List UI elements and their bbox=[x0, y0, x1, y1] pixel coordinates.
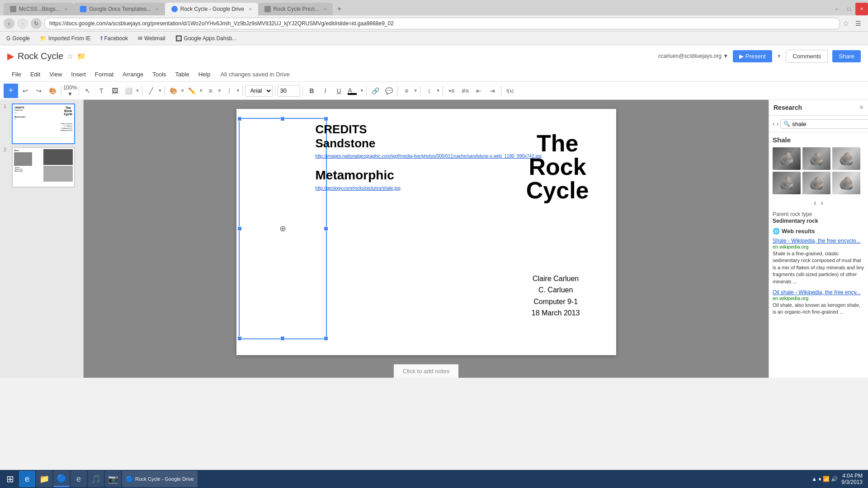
bookmark-webmail[interactable]: ✉ Webmail bbox=[135, 34, 168, 42]
research-img-1[interactable]: 🪨 bbox=[773, 147, 801, 170]
italic-btn[interactable]: I bbox=[319, 84, 331, 97]
undo-btn[interactable]: ↩ bbox=[19, 84, 32, 97]
handle-mr[interactable] bbox=[324, 226, 328, 231]
tab-2-close[interactable]: × bbox=[156, 6, 158, 12]
handle-br[interactable] bbox=[324, 336, 328, 341]
comment-btn[interactable]: 💬 bbox=[382, 84, 395, 97]
image-btn[interactable]: 🖼 bbox=[108, 84, 121, 97]
research-img-4[interactable]: 🪨 bbox=[773, 172, 801, 194]
tab-3-close[interactable]: × bbox=[249, 6, 251, 12]
settings-btn[interactable]: ☰ bbox=[852, 17, 864, 30]
research-back-btn[interactable]: ‹ bbox=[773, 118, 775, 129]
bookmark-facebook[interactable]: f Facebook bbox=[98, 34, 131, 42]
taskbar-folder-btn[interactable]: 📁 bbox=[36, 471, 52, 487]
align-dropdown[interactable]: ≡ ▼ bbox=[204, 84, 222, 97]
research-forward-btn[interactable]: › bbox=[777, 118, 779, 129]
color-arrow[interactable]: ▼ bbox=[359, 88, 364, 93]
menu-format[interactable]: Format bbox=[90, 69, 118, 80]
tab-1[interactable]: McCSS...Blogs... × bbox=[4, 3, 74, 15]
function-btn[interactable]: f(x) bbox=[504, 84, 516, 97]
forward-btn[interactable]: › bbox=[17, 18, 28, 29]
comments-button[interactable]: Comments bbox=[786, 50, 828, 63]
handle-bc[interactable] bbox=[280, 336, 285, 341]
share-button[interactable]: Share bbox=[832, 50, 861, 62]
redo-btn[interactable]: ↪ bbox=[33, 84, 45, 97]
back-btn[interactable]: ‹ bbox=[4, 18, 14, 29]
star-icon[interactable]: ☆ bbox=[67, 52, 73, 61]
tab-1-close[interactable]: × bbox=[65, 6, 67, 12]
text-color-btn[interactable]: A bbox=[346, 84, 359, 97]
font-size-input[interactable] bbox=[278, 85, 300, 97]
add-element-btn[interactable]: + bbox=[4, 84, 18, 98]
indent-btn[interactable]: ⇥ bbox=[486, 84, 499, 97]
taskbar-media-btn[interactable]: 🎵 bbox=[88, 471, 104, 487]
cursor-btn[interactable]: ↖ bbox=[81, 84, 94, 97]
new-tab-btn[interactable]: + bbox=[333, 3, 345, 15]
slide-2-thumb[interactable]: Types - Igneous - Sedimentary - Metamorp… bbox=[12, 147, 75, 188]
research-search-input[interactable] bbox=[792, 121, 868, 127]
present-button[interactable]: ▶ Present bbox=[733, 50, 772, 62]
bold-btn[interactable]: B bbox=[305, 84, 318, 97]
web-result-2-title[interactable]: Oil shale - Wikipedia, the free ency... bbox=[773, 289, 861, 296]
tab-4[interactable]: Rock Cycle Prezi... × bbox=[258, 3, 333, 15]
bullet-btn[interactable]: •≡ bbox=[445, 84, 458, 97]
credits-link2[interactable]: http://geology.com/rocks/pictures/shale.… bbox=[316, 185, 542, 191]
research-img-3[interactable]: 🪨 bbox=[832, 147, 860, 170]
taskbar-camera-btn[interactable]: 📷 bbox=[105, 471, 121, 487]
minimize-btn[interactable]: − bbox=[830, 3, 843, 15]
taskbar-ie2-btn[interactable]: e bbox=[71, 471, 87, 487]
start-button[interactable]: ⊞ bbox=[2, 471, 18, 487]
slide-canvas[interactable]: ⊕ CREDITS Sandstone http://images.nation… bbox=[236, 109, 616, 355]
menu-file[interactable]: File bbox=[7, 69, 26, 80]
line-dropdown[interactable]: ╱ ▼ bbox=[145, 84, 162, 97]
research-search-box[interactable]: 🔍 ▼ bbox=[780, 119, 868, 129]
align-text-dropdown[interactable]: ≡ ▼ bbox=[400, 84, 418, 97]
close-btn[interactable]: × bbox=[855, 3, 868, 15]
bookmark-apps[interactable]: 🔲 Google Apps Dahsb... bbox=[173, 34, 240, 42]
spacing-dropdown[interactable]: ⋮ ▼ bbox=[223, 84, 241, 97]
handle-tr[interactable] bbox=[324, 117, 328, 121]
notes-bar[interactable]: Click to add notes bbox=[394, 364, 458, 378]
handle-ml[interactable] bbox=[237, 226, 242, 231]
taskbar-ie-btn[interactable]: e bbox=[19, 471, 35, 487]
menu-insert[interactable]: Insert bbox=[66, 69, 90, 80]
font-select[interactable]: Arial bbox=[245, 85, 273, 97]
handle-tc[interactable] bbox=[280, 117, 285, 121]
handle-bl[interactable] bbox=[237, 336, 242, 341]
menu-view[interactable]: View bbox=[45, 69, 66, 80]
shape-dropdown[interactable]: ⬜ ▼ bbox=[122, 84, 140, 97]
outdent-btn[interactable]: ⇤ bbox=[472, 84, 485, 97]
tab-4-close[interactable]: × bbox=[324, 6, 326, 12]
text-btn[interactable]: T bbox=[95, 84, 108, 97]
taskbar-active-app[interactable]: 🔵 Rock Cycle - Google Drive bbox=[122, 471, 198, 487]
highlight-dropdown[interactable]: ✏️ ▼ bbox=[186, 84, 203, 97]
img-prev-btn[interactable]: ‹ bbox=[814, 199, 816, 207]
tab-2[interactable]: Google Docs Templates... × bbox=[74, 3, 165, 15]
credits-link1[interactable]: http://images.nationalgeographic.com/wpf… bbox=[316, 153, 542, 159]
web-result-1-title[interactable]: Shale - Wikipedia, the free encyclo... bbox=[773, 238, 861, 244]
present-dropdown-btn[interactable]: ▼ bbox=[777, 53, 782, 59]
menu-edit[interactable]: Edit bbox=[26, 69, 45, 80]
link-btn[interactable]: 🔗 bbox=[369, 84, 382, 97]
handle-tl[interactable] bbox=[237, 117, 242, 121]
menu-table[interactable]: Table bbox=[171, 69, 194, 80]
bookmark-imported[interactable]: 📁 Imported From IE bbox=[37, 34, 93, 42]
tab-3[interactable]: Rock Cycle - Google Drive × bbox=[165, 3, 258, 15]
research-img-5[interactable]: 🪨 bbox=[802, 172, 830, 194]
numbered-btn[interactable]: #≡ bbox=[459, 84, 472, 97]
bookmark-google[interactable]: G Google bbox=[4, 34, 33, 42]
theme-dropdown[interactable]: 🎨 ▼ bbox=[167, 84, 185, 97]
taskbar-chrome-btn[interactable]: 🔵 bbox=[53, 471, 70, 487]
folder-icon[interactable]: 📁 bbox=[77, 52, 86, 61]
slide-1-thumb[interactable]: CREDITS Sandstone link Metamorphic link … bbox=[12, 103, 75, 144]
menu-tools[interactable]: Tools bbox=[148, 69, 170, 80]
research-img-6[interactable]: 🪨 bbox=[832, 172, 860, 194]
menu-arrange[interactable]: Arrange bbox=[118, 69, 148, 80]
refresh-btn[interactable]: ↻ bbox=[31, 18, 42, 29]
research-img-2[interactable]: 🪨 bbox=[802, 147, 830, 170]
line-spacing-dropdown[interactable]: ↕ ▼ bbox=[423, 84, 440, 97]
menu-help[interactable]: Help bbox=[194, 69, 215, 80]
bookmark-star[interactable]: ☆ bbox=[843, 19, 849, 28]
underline-btn[interactable]: U bbox=[332, 84, 345, 97]
url-bar[interactable]: https://docs.google.com/a/scsbluejays.or… bbox=[44, 18, 840, 29]
